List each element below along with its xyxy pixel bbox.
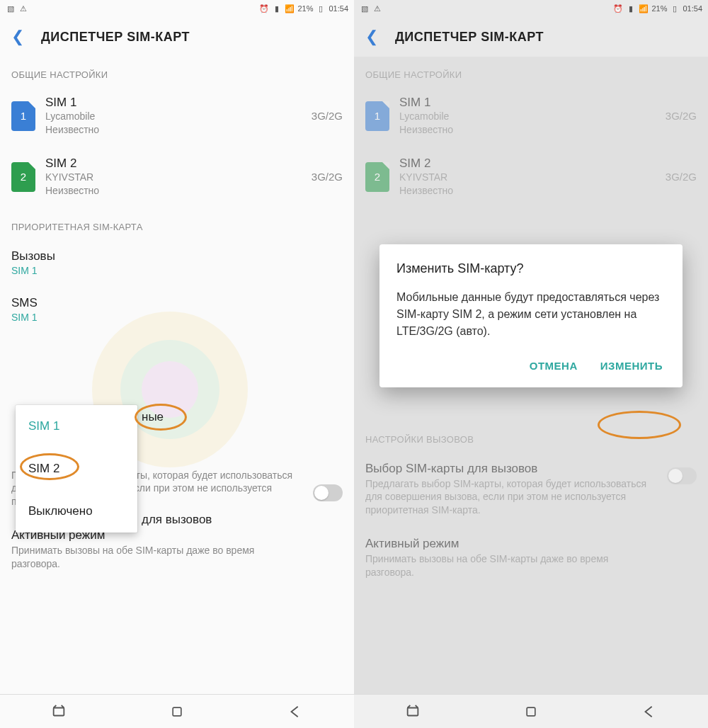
signal-icon: 📶 — [639, 4, 649, 13]
warning-icon: ⚠ — [372, 4, 382, 13]
nav-recent-button[interactable] — [0, 695, 118, 728]
image-icon: ▧ — [360, 4, 370, 13]
app-header: ❮ ДИСПЕТЧЕР SIM-КАРТ — [354, 17, 708, 57]
sim-select-title: Выбор SIM-карты для вызовов — [365, 462, 697, 476]
svg-rect-0 — [54, 707, 64, 715]
section-general: ОБЩИЕ НАСТРОЙКИ — [354, 57, 708, 87]
screen-right: ▧ ⚠ ⏰ ▮ 📶 21% ▯ 01:54 ❮ ДИСПЕТЧЕР SIM-КА… — [354, 0, 708, 728]
sim2-title: SIM 2 — [399, 157, 656, 171]
sim2-row[interactable]: 2 SIM 2 KYIVSTAR Неизвестно 3G/2G — [0, 148, 354, 209]
battery-percent: 21% — [297, 4, 313, 13]
status-bar: ▧ ⚠ ⏰ ▮ 📶 21% ▯ 01:54 — [0, 0, 354, 17]
back-arrow-icon[interactable]: ❮ — [11, 28, 24, 46]
pref-calls-value: SIM 1 — [11, 265, 343, 276]
pref-sms-label: SMS — [11, 296, 343, 310]
sim1-carrier: Lycamobile — [399, 110, 656, 123]
confirm-dialog: Изменить SIM-карту? Мобильные данные буд… — [379, 244, 683, 387]
screen-left: ▧ ⚠ ⏰ ▮ 📶 21% ▯ 01:54 ❮ ДИСПЕТЧЕР SIM-КА… — [0, 0, 354, 728]
sim2-icon: 2 — [365, 162, 389, 192]
sim-select-toggle[interactable] — [667, 467, 697, 484]
svg-rect-1 — [173, 707, 181, 716]
sim-indicator-icon: ▮ — [626, 4, 636, 13]
page-title: ДИСПЕТЧЕР SIM-КАРТ — [395, 30, 544, 45]
pref-calls-label: Вызовы — [11, 249, 343, 263]
app-header: ❮ ДИСПЕТЧЕР SIM-КАРТ — [0, 17, 354, 57]
section-calls: НАСТРОЙКИ ВЫЗОВОВ — [354, 421, 708, 452]
sim-indicator-icon: ▮ — [272, 4, 282, 13]
nav-home-button[interactable] — [118, 695, 236, 728]
nav-home-button[interactable] — [472, 695, 590, 728]
active-mode-row[interactable]: Активный режим Принимать вызовы на обе S… — [354, 527, 708, 589]
status-time: 01:54 — [329, 4, 348, 13]
pref-sms-row[interactable]: SMS SIM 1 — [0, 286, 354, 333]
sim2-carrier: KYIVSTAR — [399, 171, 656, 184]
sim1-title: SIM 1 — [45, 96, 302, 110]
dialog-confirm-button[interactable]: ИЗМЕНИТЬ — [598, 354, 666, 377]
sim-select-row[interactable]: Выбор SIM-карты для вызовов Предлагать в… — [354, 452, 708, 528]
highlight-oval — [598, 411, 681, 439]
pref-calls-row[interactable]: Вызовы SIM 1 — [0, 239, 354, 286]
sim2-network: 3G/2G — [666, 171, 697, 183]
sim1-icon: 1 — [11, 101, 35, 131]
page-title: ДИСПЕТЧЕР SIM-КАРТ — [41, 30, 190, 45]
section-general: ОБЩИЕ НАСТРОЙКИ — [0, 57, 354, 87]
sim1-network: 3G/2G — [312, 110, 343, 122]
popup-option-sim2[interactable]: SIM 2 — [16, 448, 137, 490]
sim2-status: Неизвестно — [399, 184, 656, 198]
sim1-row[interactable]: 1 SIM 1 Lycamobile Неизвестно 3G/2G — [354, 87, 708, 148]
sim1-network: 3G/2G — [666, 110, 697, 122]
dialog-body: Мобильные данные будут предоставляться ч… — [396, 289, 666, 340]
back-arrow-icon[interactable]: ❮ — [365, 28, 378, 46]
fragment-nye: ные — [142, 410, 164, 424]
battery-icon: ▯ — [316, 4, 326, 13]
dialog-cancel-button[interactable]: ОТМЕНА — [527, 354, 581, 377]
popup-option-off[interactable]: Выключено — [16, 490, 137, 533]
nav-bar — [354, 694, 708, 728]
sim2-status: Неизвестно — [45, 184, 302, 198]
nav-bar — [0, 694, 354, 728]
sim1-status: Неизвестно — [399, 123, 656, 137]
status-time: 01:54 — [683, 4, 702, 13]
nav-back-button[interactable] — [236, 695, 354, 728]
status-bar: ▧ ⚠ ⏰ ▮ 📶 21% ▯ 01:54 — [354, 0, 708, 17]
sim-select-toggle[interactable] — [313, 484, 343, 501]
active-mode-title: Активный режим — [365, 537, 697, 551]
section-priority: ПРИОРИТЕТНАЯ SIM-КАРТА — [0, 209, 354, 239]
battery-icon: ▯ — [670, 4, 680, 13]
sim1-row[interactable]: 1 SIM 1 Lycamobile Неизвестно 3G/2G — [0, 87, 354, 148]
signal-icon: 📶 — [285, 4, 295, 13]
sim-select-popup: SIM 1 SIM 2 Выключено — [16, 405, 137, 533]
sim2-title: SIM 2 — [45, 157, 302, 171]
active-mode-sub: Принимать вызовы на обе SIM-карты даже в… — [365, 552, 697, 579]
sim1-carrier: Lycamobile — [45, 110, 302, 123]
active-mode-sub: Принимать вызовы на обе SIM-карты даже в… — [11, 544, 343, 571]
sim2-icon: 2 — [11, 162, 35, 192]
alarm-icon: ⏰ — [613, 4, 623, 13]
fragment-calls: для вызовов — [142, 513, 212, 527]
image-icon: ▧ — [6, 4, 16, 13]
nav-back-button[interactable] — [590, 695, 708, 728]
svg-rect-2 — [408, 707, 418, 715]
battery-percent: 21% — [651, 4, 667, 13]
sim2-carrier: KYIVSTAR — [45, 171, 302, 184]
sim2-row[interactable]: 2 SIM 2 KYIVSTAR Неизвестно 3G/2G — [354, 148, 708, 209]
sim1-icon: 1 — [365, 101, 389, 131]
sim1-title: SIM 1 — [399, 96, 656, 110]
sim1-status: Неизвестно — [45, 123, 302, 137]
warning-icon: ⚠ — [18, 4, 28, 13]
sim-select-sub: Предлагать выбор SIM-карты, которая буде… — [365, 477, 697, 518]
nav-recent-button[interactable] — [354, 695, 472, 728]
dialog-title: Изменить SIM-карту? — [396, 261, 666, 276]
popup-option-sim1[interactable]: SIM 1 — [16, 405, 137, 448]
svg-rect-3 — [527, 707, 535, 716]
pref-sms-value: SIM 1 — [11, 312, 343, 323]
alarm-icon: ⏰ — [259, 4, 269, 13]
sim2-network: 3G/2G — [312, 171, 343, 183]
